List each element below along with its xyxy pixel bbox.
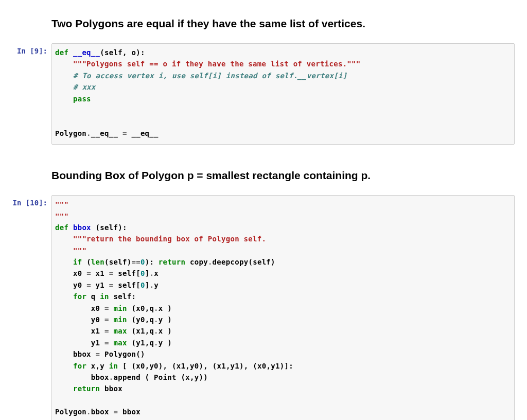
prompt-empty <box>0 162 51 165</box>
markdown-cell: Bounding Box of Polygon p = smallest rec… <box>0 162 527 195</box>
input-prompt: In [9]: <box>17 47 47 55</box>
markdown-heading: Two Polygons are equal if they have the … <box>51 18 515 30</box>
code-input-area[interactable]: def __eq__(self, o): """Polygons self ==… <box>51 43 515 145</box>
code-input-area[interactable]: """ """ def bbox (self): """return the b… <box>51 195 515 420</box>
code-cell: In [9]: def __eq__(self, o): """Polygons… <box>0 43 527 145</box>
prompt-empty <box>0 10 51 13</box>
code-content: """ """ def bbox (self): """return the b… <box>55 199 509 417</box>
code-cell: In [10]: """ """ def bbox (self): """ret… <box>0 195 527 420</box>
markdown-cell: Two Polygons are equal if they have the … <box>0 10 527 43</box>
markdown-heading: Bounding Box of Polygon p = smallest rec… <box>51 169 515 182</box>
input-prompt: In [10]: <box>13 199 47 207</box>
notebook: Two Polygons are equal if they have the … <box>0 0 527 420</box>
code-content: def __eq__(self, o): """Polygons self ==… <box>55 47 509 139</box>
